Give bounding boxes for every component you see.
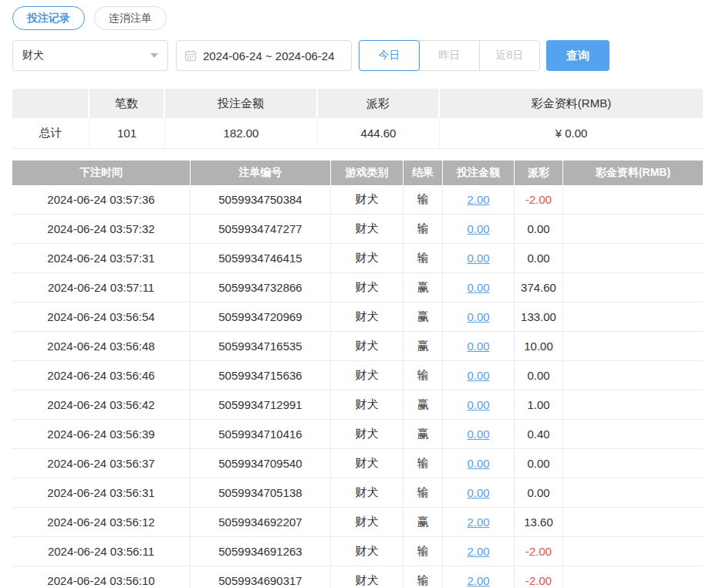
bet-amount-cell: 0.00 bbox=[443, 478, 515, 508]
bet-amount-link[interactable]: 0.00 bbox=[467, 457, 489, 470]
result-cell: 输 bbox=[403, 185, 443, 215]
bet-time-cell: 2024-06-24 03:56:54 bbox=[12, 302, 191, 332]
bet-amount-link[interactable]: 0.00 bbox=[467, 340, 489, 353]
bet-time-cell: 2024-06-24 03:56:12 bbox=[12, 508, 191, 537]
bonus-cell bbox=[563, 420, 703, 449]
result-cell: 赢 bbox=[403, 332, 443, 361]
payout-cell: 0.00 bbox=[515, 244, 563, 273]
bet-time-cell: 2024-06-24 03:57:31 bbox=[12, 244, 191, 273]
bet-time-cell: 2024-06-24 03:56:46 bbox=[12, 361, 191, 390]
game-type-cell: 财犬 bbox=[331, 390, 403, 420]
bonus-cell bbox=[563, 215, 703, 244]
summary-header-row: 笔数投注金额派彩彩金资料(RMB) bbox=[12, 89, 703, 118]
tab-bet-records[interactable]: 投注记录 bbox=[12, 6, 85, 30]
bet-time-cell: 2024-06-24 03:57:32 bbox=[12, 215, 191, 244]
quick-range-buttons: 今日昨日近8日 bbox=[359, 40, 540, 71]
order-number-cell: 5059934715636 bbox=[191, 361, 331, 390]
result-cell: 输 bbox=[403, 215, 443, 244]
search-button[interactable]: 查询 bbox=[546, 40, 609, 71]
bonus-cell bbox=[563, 508, 703, 537]
result-cell: 赢 bbox=[403, 420, 443, 449]
bet-amount-link[interactable]: 0.00 bbox=[467, 486, 489, 499]
payout-cell: -2.00 bbox=[515, 537, 563, 566]
range-button-近8日[interactable]: 近8日 bbox=[479, 40, 540, 71]
summary-total-cell: 182.00 bbox=[165, 118, 318, 149]
result-cell: 赢 bbox=[403, 508, 443, 537]
game-select[interactable]: 财犬 bbox=[12, 40, 168, 71]
game-select-value: 财犬 bbox=[22, 49, 44, 63]
records-table: 下注时间注单编号游戏类别结果投注金额派彩彩金资料(RMB) 2024-06-24… bbox=[12, 161, 703, 588]
game-type-cell: 财犬 bbox=[331, 215, 403, 244]
payout-cell: 10.00 bbox=[515, 332, 563, 361]
bonus-cell bbox=[563, 332, 703, 361]
bet-amount-link[interactable]: 0.00 bbox=[467, 310, 489, 323]
bet-amount-cell: 0.00 bbox=[443, 244, 515, 273]
order-number-cell: 5059934732866 bbox=[191, 273, 331, 302]
bet-amount-link[interactable]: 0.00 bbox=[467, 252, 489, 265]
order-number-cell: 5059934690317 bbox=[191, 566, 331, 588]
bet-amount-cell: 0.00 bbox=[443, 361, 515, 390]
result-cell: 赢 bbox=[403, 390, 443, 420]
table-row: 2024-06-24 03:56:315059934705138财犬输0.000… bbox=[12, 478, 703, 508]
table-row: 2024-06-24 03:57:365059934750384财犬输2.00-… bbox=[12, 185, 703, 215]
date-range-input[interactable]: 2024-06-24 ~ 2024-06-24 bbox=[176, 40, 352, 71]
bet-time-cell: 2024-06-24 03:56:10 bbox=[12, 566, 191, 588]
order-number-cell: 5059934710416 bbox=[191, 420, 331, 449]
game-type-cell: 财犬 bbox=[331, 566, 403, 588]
payout-cell: 0.00 bbox=[515, 361, 563, 390]
bet-amount-link[interactable]: 0.00 bbox=[467, 427, 489, 441]
bet-amount-link[interactable]: 0.00 bbox=[467, 369, 489, 382]
range-button-昨日[interactable]: 昨日 bbox=[419, 40, 480, 71]
bet-amount-link[interactable]: 0.00 bbox=[467, 398, 489, 411]
bonus-cell bbox=[563, 185, 703, 215]
result-cell: 输 bbox=[403, 244, 443, 273]
bet-amount-cell: 2.00 bbox=[443, 185, 515, 215]
bonus-cell bbox=[563, 478, 703, 508]
summary-total-cell: 总计 bbox=[12, 118, 89, 149]
chevron-down-icon bbox=[150, 53, 158, 58]
bonus-cell bbox=[563, 273, 703, 302]
bet-amount-link[interactable]: 0.00 bbox=[467, 281, 489, 294]
bonus-cell bbox=[563, 566, 703, 588]
payout-cell: 0.00 bbox=[515, 215, 563, 244]
game-type-cell: 财犬 bbox=[331, 508, 403, 537]
game-type-cell: 财犬 bbox=[331, 185, 403, 215]
bet-amount-link[interactable]: 2.00 bbox=[467, 574, 489, 587]
game-type-cell: 财犬 bbox=[331, 302, 403, 332]
payout-cell: -2.00 bbox=[515, 185, 563, 215]
order-number-cell: 5059934716535 bbox=[191, 332, 331, 361]
order-number-cell: 5059934705138 bbox=[191, 478, 331, 508]
game-type-cell: 财犬 bbox=[331, 537, 403, 566]
records-header-row: 下注时间注单编号游戏类别结果投注金额派彩彩金资料(RMB) bbox=[12, 161, 703, 185]
summary-header-cell: 笔数 bbox=[89, 89, 165, 118]
bet-amount-cell: 0.00 bbox=[443, 215, 515, 244]
bet-amount-link[interactable]: 0.00 bbox=[467, 222, 489, 235]
payout-cell: 133.00 bbox=[515, 302, 563, 332]
summary-header-cell: 投注金额 bbox=[165, 89, 318, 118]
range-button-今日[interactable]: 今日 bbox=[359, 40, 420, 71]
date-range-value: 2024-06-24 ~ 2024-06-24 bbox=[203, 49, 335, 63]
payout-cell: 374.60 bbox=[515, 273, 563, 302]
records-header-cell: 游戏类别 bbox=[331, 161, 403, 185]
bet-amount-cell: 0.00 bbox=[443, 449, 515, 478]
bet-amount-cell: 2.00 bbox=[443, 566, 515, 588]
summary-table: 笔数投注金额派彩彩金资料(RMB) 总计101182.00444.60¥ 0.0… bbox=[12, 89, 703, 149]
result-cell: 输 bbox=[403, 566, 443, 588]
table-row: 2024-06-24 03:57:325059934747277财犬输0.000… bbox=[12, 215, 703, 244]
order-number-cell: 5059934691263 bbox=[191, 537, 331, 566]
bet-amount-link[interactable]: 2.00 bbox=[467, 515, 489, 529]
result-cell: 赢 bbox=[403, 302, 443, 332]
records-header-cell: 彩金资料(RMB) bbox=[563, 161, 703, 185]
payout-cell: 13.60 bbox=[515, 508, 563, 537]
bet-amount-link[interactable]: 2.00 bbox=[467, 545, 489, 558]
game-type-cell: 财犬 bbox=[331, 244, 403, 273]
game-type-cell: 财犬 bbox=[331, 420, 403, 449]
order-number-cell: 5059934712991 bbox=[191, 390, 331, 420]
bonus-cell bbox=[563, 537, 703, 566]
payout-cell: 0.40 bbox=[515, 420, 563, 449]
bet-amount-cell: 0.00 bbox=[443, 273, 515, 302]
order-number-cell: 5059934747277 bbox=[191, 215, 331, 244]
tab-cancel-orders[interactable]: 连消注单 bbox=[94, 6, 167, 30]
table-row: 2024-06-24 03:56:485059934716535财犬赢0.001… bbox=[12, 332, 703, 361]
bet-amount-link[interactable]: 2.00 bbox=[467, 193, 489, 206]
